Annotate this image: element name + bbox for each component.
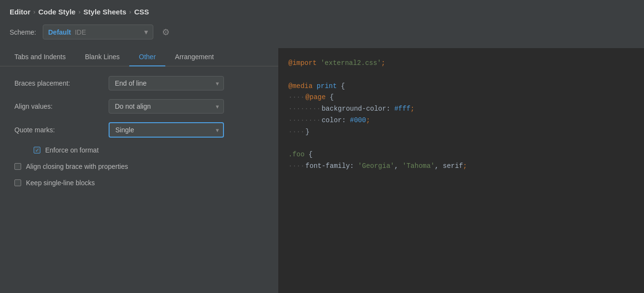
token-print: print — [317, 81, 337, 92]
token-at-media: @media — [288, 81, 312, 92]
token-at-import: @import — [288, 58, 317, 69]
align-values-row: Align values: Do not align On colon On v… — [14, 99, 264, 114]
token-font-tahoma: 'Tahoma' — [402, 161, 434, 172]
keep-single-line-blocks-row: Keep single-line blocks — [14, 179, 264, 187]
token-font-prop: font-family — [306, 161, 350, 172]
breadcrumb-sep-3: › — [129, 8, 131, 15]
token-font-serif: serif — [443, 161, 463, 172]
breadcrumb-sep-1: › — [33, 8, 35, 15]
tab-other[interactable]: Other — [129, 48, 165, 66]
code-line-page: ···· @page { — [279, 92, 644, 103]
tab-tabs-and-indents[interactable]: Tabs and Indents — [5, 48, 75, 66]
enforce-on-format-label: Enforce on format — [45, 146, 99, 154]
align-closing-brace-checkbox[interactable] — [14, 163, 21, 170]
code-line-color: ········ color : #000 ; — [279, 115, 644, 127]
scheme-value-gray: IDE — [75, 28, 86, 36]
align-values-select[interactable]: Do not align On colon On value — [109, 99, 224, 114]
code-line-bg: ········ background-color : #fff ; — [279, 103, 644, 115]
token-color-val: #000 — [350, 115, 366, 127]
scheme-label: Scheme: — [10, 28, 36, 36]
code-preview: @import 'external2.css' ; @media print {… — [279, 48, 644, 293]
token-str-external: 'external2.css' — [321, 58, 381, 69]
scheme-value-blue: Default — [48, 28, 71, 36]
align-closing-brace-row: Align closing brace with properties — [14, 163, 264, 170]
token-at-page: @page — [306, 92, 326, 103]
code-line-empty-1 — [279, 69, 644, 81]
scheme-dropdown[interactable]: Default IDE ▾ — [43, 25, 153, 39]
code-line-1: @import 'external2.css' ; — [279, 58, 644, 69]
token-bg-color-prop: background-color — [322, 103, 386, 115]
code-line-foo: .foo { — [279, 149, 644, 161]
code-line-media: @media print { — [279, 81, 644, 92]
options-panel: Braces placement: End of line Next line … — [0, 66, 278, 196]
braces-placement-select[interactable]: End of line Next line — [109, 76, 224, 90]
tabs-bar: Tabs and Indents Blank Lines Other Arran… — [0, 48, 278, 66]
enforce-on-format-checkbox[interactable] — [34, 147, 40, 153]
quote-marks-select[interactable]: Single Double — [109, 122, 224, 138]
token-bg-color-val: #fff — [394, 103, 410, 115]
token-color-prop: color — [322, 115, 342, 127]
left-panel: Tabs and Indents Blank Lines Other Arran… — [0, 48, 279, 293]
quote-marks-wrapper: Single Double — [109, 122, 224, 138]
breadcrumb-code-style: Code Style — [38, 8, 76, 16]
breadcrumb: Editor › Code Style › Style Sheets › CSS — [0, 0, 644, 22]
align-values-wrapper: Do not align On colon On value — [109, 99, 224, 114]
align-closing-brace-label: Align closing brace with properties — [26, 163, 128, 170]
scheme-dropdown-arrow: ▾ — [144, 27, 148, 37]
scheme-row: Scheme: Default IDE ▾ ⚙ — [0, 22, 644, 48]
main-area: Tabs and Indents Blank Lines Other Arran… — [0, 48, 644, 293]
tab-arrangement[interactable]: Arrangement — [165, 48, 223, 66]
tab-blank-lines[interactable]: Blank Lines — [75, 48, 129, 66]
scheme-gear-button[interactable]: ⚙ — [160, 25, 172, 39]
keep-single-line-blocks-checkbox[interactable] — [14, 179, 21, 186]
align-values-label: Align values: — [14, 102, 101, 110]
code-line-empty-2 — [279, 138, 644, 150]
keep-single-line-blocks-label: Keep single-line blocks — [26, 179, 95, 187]
enforce-on-format-row: Enforce on format — [14, 146, 264, 154]
code-line-close-page: ···· } — [279, 127, 644, 138]
breadcrumb-style-sheets: Style Sheets — [84, 8, 126, 16]
braces-placement-row: Braces placement: End of line Next line — [14, 76, 264, 90]
braces-placement-label: Braces placement: — [14, 79, 101, 87]
breadcrumb-editor: Editor — [10, 8, 30, 16]
token-class-foo: .foo — [288, 149, 305, 161]
breadcrumb-css: CSS — [134, 8, 149, 16]
braces-placement-wrapper: End of line Next line — [109, 76, 224, 90]
code-line-font: ···· font-family : 'Georgia' , 'Tahoma' … — [279, 161, 644, 172]
breadcrumb-sep-2: › — [78, 8, 80, 15]
quote-marks-label: Quote marks: — [14, 126, 101, 134]
quote-marks-row: Quote marks: Single Double — [14, 122, 264, 138]
token-font-georgia: 'Georgia' — [358, 161, 395, 172]
